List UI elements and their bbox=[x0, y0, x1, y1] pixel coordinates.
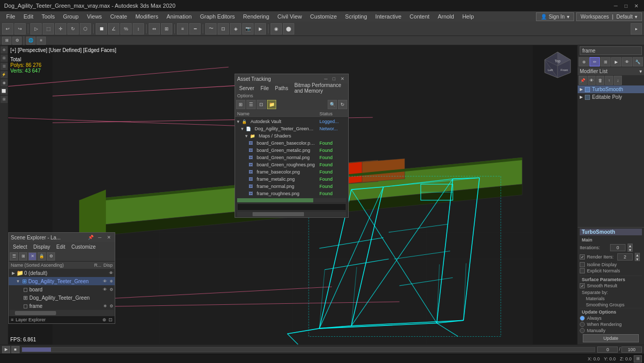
at-menu-server[interactable]: Server bbox=[236, 83, 257, 93]
select-region-button[interactable]: ⬚ bbox=[43, 23, 54, 34]
minimize-button[interactable]: ─ bbox=[612, 2, 619, 9]
at-minimize-button[interactable]: ─ bbox=[323, 76, 329, 81]
stop-button[interactable]: ■ bbox=[11, 346, 20, 353]
asset-row-tex2[interactable]: 🖼 board_Green_metalic.png Found bbox=[235, 147, 348, 154]
left-tool-1[interactable]: ⊕ bbox=[1, 46, 8, 54]
left-tool-5[interactable]: ◉ bbox=[1, 79, 8, 87]
rp-utility-btn[interactable]: 🔧 bbox=[633, 57, 643, 66]
rp-modify-btn[interactable]: ✏ bbox=[589, 57, 600, 66]
at-options-label[interactable]: Options bbox=[237, 93, 253, 98]
redo-button[interactable]: ↪ bbox=[14, 23, 26, 34]
asset-row-tex4[interactable]: 🖼 board_Green_roughnes.png Found bbox=[235, 161, 348, 168]
render-iters-input[interactable] bbox=[617, 253, 633, 261]
ribbon-button[interactable]: ━ bbox=[189, 23, 201, 34]
coord-toggle[interactable]: ⊞ bbox=[634, 355, 642, 362]
viewport[interactable]: [+] [Perspective] [User Defined] [Edged … bbox=[8, 45, 577, 344]
menu-interactive[interactable]: Interactive bbox=[371, 11, 406, 22]
se-scrollbar-thumb[interactable] bbox=[15, 311, 56, 315]
ts-header[interactable]: TurboSmooth bbox=[580, 229, 642, 235]
se-menu-edit[interactable]: Edit bbox=[53, 242, 68, 251]
menu-civil-view[interactable]: Civil View bbox=[273, 11, 306, 22]
left-tool-7[interactable]: ⊠ bbox=[1, 96, 8, 103]
menu-file[interactable]: File bbox=[2, 11, 20, 22]
move-button[interactable]: ✛ bbox=[55, 23, 66, 34]
at-close-button[interactable]: ✕ bbox=[339, 76, 346, 81]
menu-arnold[interactable]: Arnold bbox=[434, 11, 458, 22]
se-menu-customize[interactable]: Customize bbox=[68, 242, 99, 251]
at-maximize-button[interactable]: □ bbox=[331, 76, 337, 81]
se-scrollbar[interactable] bbox=[10, 310, 114, 316]
render-iters-up[interactable]: ▲ bbox=[635, 253, 640, 257]
frame-name-input[interactable] bbox=[580, 46, 642, 55]
asset-row-tex6[interactable]: 🖼 frame_metalic.png Found bbox=[235, 176, 348, 183]
curve-editor-button[interactable]: 〜 bbox=[205, 23, 217, 34]
menu-content[interactable]: Content bbox=[405, 11, 434, 22]
iterations-up[interactable]: ▲ bbox=[628, 244, 633, 248]
modifier-editable-poly[interactable]: ▶ Editable Poly bbox=[578, 93, 644, 101]
asset-row-tex5[interactable]: 🖼 frame_basecolor.png Found bbox=[235, 168, 348, 176]
undo-button[interactable]: ↩ bbox=[2, 23, 13, 34]
render-iters-down[interactable]: ▼ bbox=[635, 257, 640, 261]
align-button[interactable]: ⊞ bbox=[161, 23, 172, 34]
when-rendering-radio[interactable] bbox=[580, 322, 585, 327]
update-button[interactable]: Update bbox=[583, 334, 639, 342]
se-tb-1[interactable]: ☰ bbox=[10, 252, 18, 261]
se-tb-5[interactable]: ⚙ bbox=[47, 252, 55, 261]
explicit-normals-checkbox[interactable] bbox=[580, 268, 585, 273]
manually-radio[interactable] bbox=[580, 328, 585, 333]
at-tb-4[interactable]: 📁 bbox=[267, 100, 276, 109]
rp-create-btn[interactable]: ⊕ bbox=[579, 57, 589, 66]
menu-graph-editors[interactable]: Graph Editors bbox=[196, 11, 239, 22]
menu-tools[interactable]: Tools bbox=[38, 11, 59, 22]
snap-toggle-button[interactable]: 🔲 bbox=[96, 23, 107, 34]
tree-item-board[interactable]: ◻ board 👁 ⚙ bbox=[9, 285, 115, 293]
iterations-down[interactable]: ▼ bbox=[628, 248, 633, 252]
mod-del-btn[interactable]: 🗑 bbox=[596, 76, 604, 85]
expand-icon-2[interactable]: ▼ bbox=[16, 279, 21, 284]
se-minimize-button[interactable]: ─ bbox=[96, 234, 103, 241]
menu-rendering[interactable]: Rendering bbox=[239, 11, 274, 22]
layer-btn-1[interactable]: ⊕ bbox=[102, 317, 106, 322]
extra-render[interactable]: ▸ bbox=[631, 23, 642, 34]
asset-row-tex1[interactable]: 🖼 board_Green_basecolor.png Found bbox=[235, 140, 348, 147]
workspaces-dropdown[interactable]: Workspaces | Default ▾ bbox=[576, 12, 642, 21]
vault-expand[interactable]: ▼ bbox=[235, 119, 241, 124]
current-frame-input[interactable] bbox=[597, 347, 618, 353]
tree-item-frame[interactable]: ◻ frame ❄ ⚙ bbox=[9, 302, 115, 310]
asset-row-tex8[interactable]: 🖼 frame_roughnes.png Found bbox=[235, 190, 348, 197]
rp-hierarchy-btn[interactable]: ⊞ bbox=[600, 57, 611, 66]
render-setup-button[interactable]: 📷 bbox=[242, 23, 254, 34]
layer-button[interactable]: ≡ bbox=[177, 23, 188, 34]
maps-expand[interactable]: ▼ bbox=[243, 134, 249, 139]
isoline-checkbox[interactable] bbox=[580, 262, 585, 267]
se-menu-display[interactable]: Display bbox=[30, 242, 53, 251]
se-tb-3[interactable]: ✕ bbox=[28, 252, 37, 261]
mod-dn-btn[interactable]: ↓ bbox=[614, 76, 622, 85]
menu-modifiers[interactable]: Modifiers bbox=[131, 11, 163, 22]
se-tb-2[interactable]: ⊞ bbox=[19, 252, 27, 261]
asset-row-tex3[interactable]: 🖼 board_Green_normal.png Found bbox=[235, 154, 348, 161]
layer-btn-2[interactable]: ⊡ bbox=[109, 317, 113, 322]
mod-up-btn[interactable]: ↑ bbox=[605, 76, 613, 85]
menu-edit[interactable]: Edit bbox=[20, 11, 38, 22]
rotate-button[interactable]: ↻ bbox=[67, 23, 79, 34]
maximize-button[interactable]: □ bbox=[622, 2, 630, 9]
play-button[interactable]: ▶ bbox=[2, 346, 10, 353]
total-frames-input[interactable] bbox=[621, 347, 642, 353]
schematic-button[interactable]: ⊡ bbox=[218, 23, 229, 34]
at-menu-bitmap[interactable]: Bitmap Performance and Memory bbox=[291, 83, 347, 93]
menu-scripting[interactable]: Scripting bbox=[341, 11, 371, 22]
tree-item-dog-agility[interactable]: ▼ ⊞ Dog_Agility_Teeter_Green 👁 ❄ bbox=[9, 277, 115, 285]
menu-animation[interactable]: Animation bbox=[163, 11, 196, 22]
se-pin-button[interactable]: 📌 bbox=[87, 234, 94, 241]
smooth-result-checkbox[interactable] bbox=[580, 283, 585, 288]
signin-button[interactable]: 👤 Sign In ▾ bbox=[536, 12, 574, 21]
at-tb-3[interactable]: ⊡ bbox=[257, 100, 266, 109]
close-button[interactable]: ✕ bbox=[633, 2, 640, 9]
menu-help[interactable]: Help bbox=[458, 11, 478, 22]
left-tool-6[interactable]: ⬜ bbox=[1, 88, 8, 95]
render-iters-checkbox[interactable] bbox=[580, 254, 585, 260]
asset-path-input[interactable] bbox=[237, 203, 346, 211]
asset-scrollbar-thumb[interactable] bbox=[253, 212, 304, 216]
se-menu-select[interactable]: Select bbox=[10, 242, 30, 251]
